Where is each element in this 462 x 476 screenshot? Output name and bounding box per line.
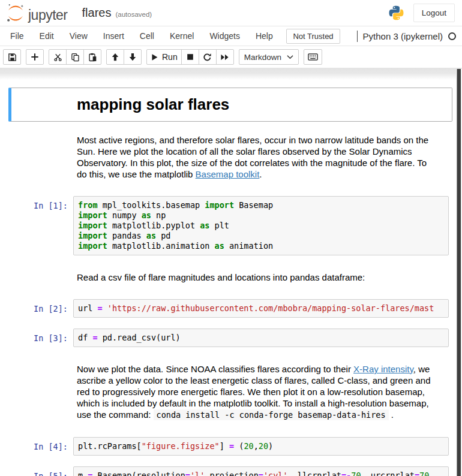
code-cell-2[interactable]: In [2]: url = 'https://raw.githubusercon…	[8, 296, 452, 321]
toolbar: Run Markdown	[0, 46, 462, 68]
scrollbar[interactable]	[457, 69, 461, 476]
markdown-cell-intro[interactable]: Most active regions, and therefore solar…	[8, 125, 452, 189]
kernel-name: Python 3 (ipykernel)	[363, 31, 443, 41]
cell-prompt-empty	[14, 358, 73, 426]
menu-kernel[interactable]: Kernel	[162, 27, 202, 45]
code-cell-4[interactable]: In [4]: plt.rcParams["figure.figsize"] =…	[8, 433, 452, 459]
notebook-area: mapping solar flares Most active regions…	[0, 80, 462, 476]
cell-prompt-empty	[14, 266, 73, 288]
menu-widgets[interactable]: Widgets	[202, 27, 248, 45]
cell-type-value: Markdown	[244, 53, 281, 62]
cell-prompt-empty	[14, 129, 73, 185]
input-prompt: In [4]:	[14, 437, 73, 456]
code-input-5[interactable]: m = Basemap(resolution='l',projection='c…	[73, 466, 449, 476]
jupyter-wordmark: jupyter	[28, 8, 68, 24]
play-icon	[151, 53, 158, 61]
scrollbar-track	[456, 69, 462, 476]
interrupt-kernel-button[interactable]	[181, 49, 199, 65]
cell-type-select[interactable]: Markdown	[239, 49, 299, 65]
page-title: mapping solar flares	[77, 99, 445, 110]
run-label: Run	[162, 52, 178, 62]
plot-explanation-paragraph: Now we plot the data. Since NOAA classif…	[77, 363, 433, 421]
markdown-link[interactable]: Basemap toolkit	[196, 169, 260, 179]
move-cell-up-button[interactable]	[106, 49, 124, 65]
code-input-1[interactable]: from mpl_toolkits.basemap import Basemap…	[73, 196, 449, 255]
restart-icon	[203, 53, 212, 62]
read-csv-paragraph: Read a csv file of flare magnitudes and …	[77, 272, 433, 283]
menu-insert[interactable]: Insert	[95, 27, 132, 45]
menu-view[interactable]: View	[62, 27, 95, 45]
save-icon	[8, 53, 17, 62]
code-input-3[interactable]: df = pd.read_csv(url)	[73, 329, 449, 347]
not-trusted-badge[interactable]: Not Trusted	[286, 29, 340, 44]
jupyter-notebook-app: jupyter flares (autosaved) Logout File E…	[0, 0, 462, 476]
inline-code: conda install -c conda-forge basemap-dat…	[154, 409, 389, 420]
markdown-cell-plot-explanation[interactable]: Now we plot the data. Since NOAA classif…	[8, 354, 452, 430]
chevron-down-icon	[287, 55, 293, 59]
code-input-2[interactable]: url = 'https://raw.githubusercontent.com…	[73, 299, 449, 318]
markdown-cell-read-csv[interactable]: Read a csv file of flare magnitudes and …	[8, 263, 452, 292]
menu-cell[interactable]: Cell	[132, 27, 162, 45]
notebook-title[interactable]: flares	[82, 6, 112, 20]
code-cell-1[interactable]: In [1]: from mpl_toolkits.basemap import…	[8, 192, 452, 259]
kernel-idle-icon	[448, 32, 456, 40]
autosave-status: (autosaved)	[115, 8, 152, 18]
paste-cell-button[interactable]	[83, 49, 101, 65]
markdown-cell-title[interactable]: mapping solar flares	[8, 88, 452, 122]
input-prompt: In [3]:	[14, 329, 73, 347]
command-palette-button[interactable]	[304, 49, 322, 65]
copy-cell-button[interactable]	[66, 49, 84, 65]
jupyter-logo-icon	[5, 2, 26, 24]
menu-file[interactable]: File	[2, 27, 32, 45]
stop-icon	[186, 53, 194, 61]
input-prompt: In [5]:	[14, 466, 73, 476]
arrow-up-icon	[111, 53, 119, 61]
markdown-link[interactable]: X-Ray intensity	[353, 364, 413, 374]
code-cell-5[interactable]: In [5]: m = Basemap(resolution='l',proje…	[8, 463, 452, 476]
keyboard-icon	[308, 53, 318, 61]
add-cell-button[interactable]	[26, 49, 44, 65]
plus-icon	[31, 53, 39, 61]
save-button[interactable]	[3, 49, 21, 65]
kernel-separator	[357, 31, 358, 42]
move-cell-down-button[interactable]	[124, 49, 142, 65]
code-cell-3[interactable]: In [3]: df = pd.read_csv(url)	[8, 325, 452, 351]
copy-icon	[71, 53, 80, 62]
input-prompt: In [1]:	[14, 196, 73, 255]
python-logo-icon	[388, 5, 404, 21]
code-input-4[interactable]: plt.rcParams["figure.figsize"] = (20,20)	[73, 437, 449, 456]
run-button[interactable]: Run	[146, 49, 182, 65]
cell-prompt-empty	[14, 91, 73, 118]
paste-icon	[88, 53, 97, 62]
input-prompt: In [2]:	[14, 299, 73, 318]
menu-help[interactable]: Help	[248, 27, 281, 45]
menu-edit[interactable]: Edit	[32, 27, 62, 45]
header-bar: jupyter flares (autosaved) Logout	[0, 0, 462, 26]
header-shadow	[0, 68, 462, 80]
jupyter-logo[interactable]: jupyter	[5, 2, 68, 24]
cut-cell-button[interactable]	[49, 49, 67, 65]
intro-paragraph: Most active regions, and therefore solar…	[77, 134, 433, 180]
restart-kernel-button[interactable]	[199, 49, 217, 65]
restart-run-all-button[interactable]	[216, 49, 234, 65]
scissors-icon	[53, 53, 62, 62]
arrow-down-icon	[128, 53, 137, 61]
fast-forward-icon	[220, 53, 229, 62]
logout-button[interactable]: Logout	[413, 4, 455, 22]
menu-bar: File Edit View Insert Cell Kernel Widget…	[0, 26, 462, 46]
